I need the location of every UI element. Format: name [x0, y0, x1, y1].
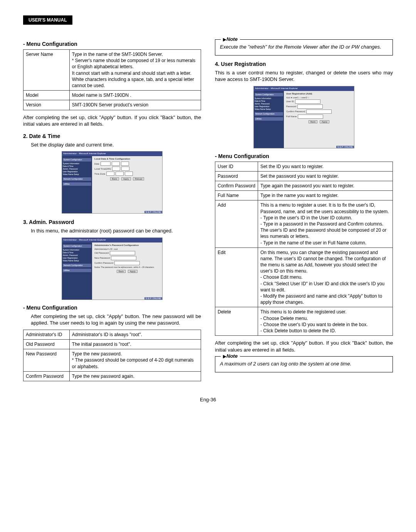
ss-radio-row: root ● user1 ○ user2 ○ — [286, 96, 352, 99]
cell-desc: Type in the name you want to register. — [258, 191, 393, 200]
server-table: Server Name Type in the name of the SMT-… — [23, 49, 201, 110]
ss-sidebar-group: System Configuration — [255, 93, 283, 96]
menu-config-heading-3: - Menu Configuration — [215, 153, 393, 159]
ss-titlebar: Administrator - Microsoft Internet Explo… — [62, 152, 162, 156]
ss-button: Reload — [133, 177, 144, 180]
user-registration-table: User IDSet the ID you want to register. … — [215, 162, 393, 336]
ss-sidebar: System Configuration System Information … — [62, 155, 92, 213]
note-box-2: Note A maximum of 2 users can log onto t… — [215, 356, 393, 372]
ss-sidebar-item: Admin. Password — [63, 168, 91, 170]
table-row: Full NameType in the name you want to re… — [215, 191, 393, 200]
table-row: PasswordSet the password you want to reg… — [215, 171, 393, 181]
ss-field-label: Password — [286, 105, 296, 108]
cell-label: Server Name — [23, 50, 70, 91]
cell-label: Edit — [215, 247, 258, 307]
ss-button: Back — [309, 120, 317, 123]
admin-password-heading: 3. Admin. Password — [23, 219, 201, 225]
table-row: Old Password The initial password is "ro… — [23, 339, 201, 349]
cell-desc: Set the password you want to register. — [258, 171, 393, 181]
ss-sidebar-group: Utilities — [63, 182, 91, 186]
cell-desc: This menu is to delete the registered us… — [258, 307, 393, 336]
ss-sidebar-group: Utilities — [255, 117, 283, 121]
ss-sidebar-item: Video Name Setup — [63, 259, 91, 262]
ss-sidebar-item: System Information — [63, 162, 91, 165]
ss-panel-title: Local Date & Time Configuration — [94, 158, 160, 160]
table-row: Administrator's ID Administrator's ID is… — [23, 330, 201, 339]
ss-sidebar-item: Admin. Password — [63, 254, 91, 257]
cell-label: User ID — [215, 162, 258, 171]
cell-desc: Administrator's ID is always "root". — [69, 330, 201, 339]
ss-sidebar-item: System Information — [255, 97, 283, 100]
table-row: Version SMT-190DN Server product's versi… — [23, 100, 201, 110]
cell-label: Delete — [215, 307, 258, 336]
ss-notice: Notice: The password must be alphanumeri… — [94, 266, 160, 268]
datetime-screenshot: Administrator - Microsoft Internet Explo… — [62, 151, 163, 214]
cell-label: Password — [215, 171, 258, 181]
cell-desc: Set the ID you want to register. — [258, 162, 393, 171]
table-row: EditOn this menu, you can change the exi… — [215, 247, 393, 307]
ss-sidebar-item: User Registration — [63, 170, 91, 173]
ss-status: S.E.P. ONLINE — [144, 297, 162, 300]
date-time-text: Set the display date and current time. — [31, 141, 201, 148]
user-registration-text: This is a user control menu to register,… — [215, 69, 393, 83]
table-row: Server Name Type in the name of the SMT-… — [23, 50, 201, 91]
ss-main: User Registration (Add) root ● user1 ○ u… — [284, 90, 354, 148]
ss-button: Back — [117, 270, 126, 273]
user-registration-heading: 4. User Registration — [215, 61, 393, 67]
ss-titlebar: Administrator - Microsoft Internet Explo… — [254, 86, 354, 91]
table-row: Confirm Password Type the new password a… — [23, 371, 201, 381]
after-server-paragraph: After completing the set up, click "Appl… — [23, 114, 201, 128]
table-row: DeleteThis menu is to delete the registe… — [215, 307, 393, 336]
ss-field-label: User ID — [286, 100, 294, 103]
ss-button: Apply — [320, 120, 329, 123]
ss-sidebar-item: Admin. Password — [255, 103, 283, 105]
cell-label: Old Password — [23, 339, 70, 349]
left-column: - Menu Configuration Server Name Type in… — [23, 36, 201, 385]
date-time-heading: 2. Date & Time — [23, 133, 201, 139]
adminpw-screenshot: Administrator - Microsoft Internet Explo… — [62, 237, 163, 300]
ss-sidebar-item: Date & Time — [255, 100, 283, 103]
cell-label: Confirm Password — [215, 181, 258, 191]
after-user-paragraph: After completing the set up, click "Appl… — [215, 340, 393, 353]
note-label: Note — [221, 353, 240, 359]
ss-sidebar-item: Video Name Setup — [255, 108, 283, 111]
note-text: Execute the "refresh" for the Remote Vie… — [220, 44, 388, 51]
ss-field-label: New Password — [94, 257, 110, 259]
cell-label: Full Name — [215, 191, 258, 200]
ss-sidebar: System Configuration System Information … — [254, 90, 284, 148]
ss-status: S.E.P. ONLINE — [144, 211, 162, 213]
right-column: Note Execute the "refresh" for the Remot… — [215, 36, 393, 385]
cell-desc: SMT-190DN Server product's version — [69, 100, 201, 110]
ss-status: S.E.P. ONLINE — [336, 146, 354, 148]
ss-sidebar-item: Date & Time — [63, 165, 91, 168]
page-columns: - Menu Configuration Server Name Type in… — [23, 36, 393, 385]
ss-panel-title: User Registration (Add) — [286, 93, 352, 95]
cell-desc: Model name is SMT-190DN . — [69, 91, 201, 100]
ss-field-label: Old Password — [94, 252, 109, 254]
note-box-1: Note Execute the "refresh" for the Remot… — [215, 39, 393, 56]
ss-field-label: Full Name — [286, 115, 297, 118]
ss-button: Apply — [121, 177, 131, 180]
table-row: User IDSet the ID you want to register. — [215, 162, 393, 171]
cell-desc: Type in the name of the SMT-190DN Server… — [69, 50, 201, 91]
ss-sidebar-item: User Registration — [255, 105, 283, 108]
admin-password-text: In this menu, the administrator (root) p… — [31, 227, 201, 234]
header-title: USER'S MANUAL — [23, 15, 72, 25]
ss-sidebar-group: Network Configuration — [255, 112, 283, 116]
table-row: Model Model name is SMT-190DN . — [23, 91, 201, 100]
cell-desc: Type the new password. * The password sh… — [69, 349, 201, 372]
ss-sidebar-group: Network Configuration — [63, 177, 91, 181]
table-row: Confirm PasswordType again the password … — [215, 181, 393, 191]
cell-desc: Type again the password you want to regi… — [258, 181, 393, 191]
ss-titlebar: Administrator - Microsoft Internet Explo… — [62, 238, 162, 242]
ss-button: Back — [110, 177, 119, 180]
cell-label: Model — [23, 91, 70, 100]
ss-sidebar-item: User Registration — [63, 257, 91, 259]
ss-sidebar-item: System Information — [63, 249, 91, 251]
ss-sidebar-group: System Configuration — [63, 158, 91, 162]
note-text: A maximum of 2 users can log onto the sy… — [220, 360, 388, 367]
ss-field-label: Administrator's ID — [94, 248, 112, 250]
cell-desc: Type the new password again. — [69, 371, 201, 381]
ss-panel-title: Administrator's Password Configuration — [94, 244, 160, 246]
menu-config-heading-1: - Menu Configuration — [23, 41, 201, 47]
